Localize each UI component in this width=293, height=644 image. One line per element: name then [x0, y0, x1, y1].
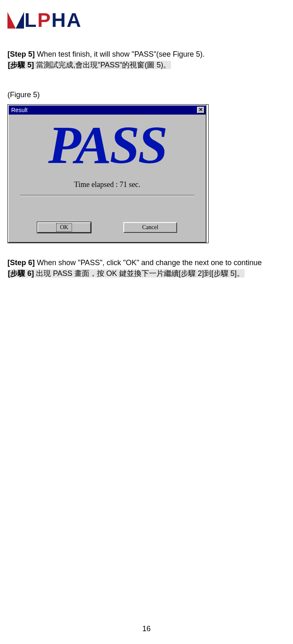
- page-number: 16: [7, 623, 286, 634]
- logo-letter: L: [24, 6, 37, 35]
- ok-button[interactable]: OK: [37, 222, 91, 233]
- titlebar: Result ✕: [9, 105, 206, 115]
- time-elapsed: Time elapsed : 71 sec.: [9, 179, 206, 192]
- pass-text: PASS: [9, 115, 206, 179]
- ok-button-label: OK: [56, 223, 72, 232]
- step5-text-en: When test finish, it will show "PASS"(se…: [35, 50, 205, 58]
- result-dialog: Result ✕ PASS Time elapsed : 71 sec. OK …: [8, 105, 207, 243]
- logo-letter: A: [67, 6, 82, 35]
- figure-label: (Figure 5): [7, 89, 286, 100]
- step6-english: [Step 6] When show "PASS", click "OK" an…: [7, 257, 286, 268]
- dialog-body: PASS Time elapsed : 71 sec. OK Cancel: [9, 115, 206, 242]
- logo-letter: P: [37, 6, 51, 35]
- close-icon: ✕: [199, 107, 203, 113]
- divider: [20, 195, 194, 196]
- step5-text-zh: 當測試完成,會出現"PASS"的視窗(圖 5)。: [34, 61, 171, 69]
- step5-english: [Step 5] When test finish, it will show …: [7, 49, 286, 60]
- button-row: OK Cancel: [9, 202, 206, 236]
- step6-chinese: [步驟 6] 出現 PASS 畫面，按 OK 鍵並換下一片繼續[步驟 2]到[步…: [7, 269, 245, 278]
- step6-text-zh: 出現 PASS 畫面，按 OK 鍵並換下一片繼續[步驟 2]到[步驟 5]。: [34, 269, 244, 278]
- cancel-button[interactable]: Cancel: [123, 222, 177, 233]
- close-button[interactable]: ✕: [197, 107, 204, 113]
- step6-text-en: When show "PASS", click "OK" and change …: [35, 259, 262, 267]
- result-dialog-screenshot: Result ✕ PASS Time elapsed : 71 sec. OK …: [7, 104, 209, 243]
- step6-lead-en: [Step 6]: [7, 259, 35, 267]
- dialog-title: Result: [11, 106, 197, 114]
- step6-lead-zh: [步驟 6]: [8, 269, 34, 278]
- step5-lead-zh: [步驟 5]: [8, 61, 34, 69]
- logo-letter: H: [51, 6, 67, 35]
- step5-lead-en: [Step 5]: [7, 50, 35, 58]
- step5-chinese: [步驟 5] 當測試完成,會出現"PASS"的視窗(圖 5)。: [7, 61, 171, 69]
- cancel-button-label: Cancel: [139, 223, 162, 232]
- logo-mark: [7, 12, 24, 29]
- brand-logo: L P H A: [7, 6, 286, 35]
